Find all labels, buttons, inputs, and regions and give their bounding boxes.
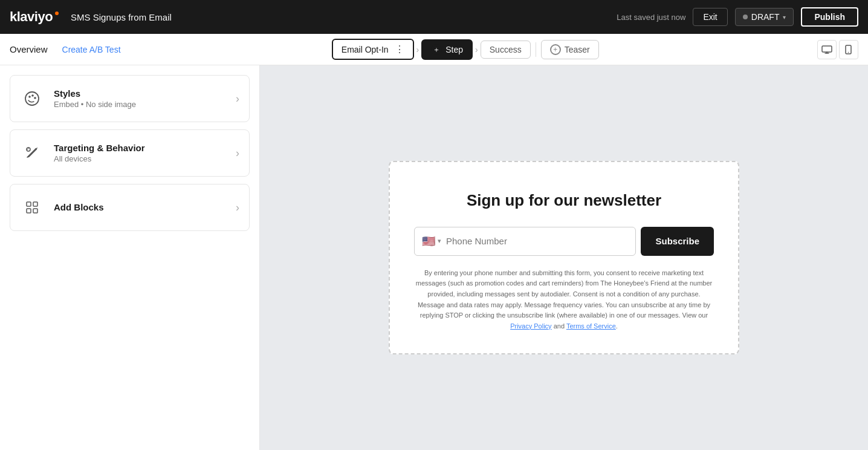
logo: klaviyo [10,9,59,25]
email-opt-in-button[interactable]: Email Opt-In ⋮ [332,39,414,60]
step-email-opt-in: Email Opt-In ⋮ [332,39,414,60]
step-navigation: Email Opt-In ⋮ › ＋ Step › Success [332,39,599,60]
nav-right: Last saved just now Exit DRAFT ▾ Publish [617,7,858,27]
svg-rect-14 [27,209,31,213]
email-opt-in-options-icon[interactable]: ⋮ [395,44,404,55]
svg-rect-15 [33,209,37,213]
teaser-plus-icon: + [553,46,557,53]
desktop-view-button[interactable] [817,40,837,59]
targeting-subtitle: All devices [54,154,226,163]
preview-area: Sign up for our newsletter 🇺🇸 ▾ Subscrib… [260,65,868,450]
teaser-button[interactable]: + Teaser [541,40,599,59]
palette-icon [24,91,40,106]
top-navigation: klaviyo SMS Signups from Email Last save… [0,0,868,34]
draft-label: DRAFT [751,12,780,22]
styles-card[interactable]: Styles Embed • No side image › [10,75,250,122]
logo-text: klaviyo [10,9,53,25]
step-teaser: + Teaser [541,40,599,59]
step-label: Step [445,45,463,54]
success-label: Success [490,45,522,54]
desktop-icon [821,45,832,54]
create-ab-test-link[interactable]: Create A/B Test [62,45,121,54]
styles-card-text: Styles Embed • No side image [54,88,226,109]
styles-icon [20,86,44,111]
page-title: SMS Signups from Email [71,12,604,22]
add-blocks-card[interactable]: Add Blocks › [10,184,250,231]
disclaimer-main-text: By entering your phone number and submit… [416,269,712,319]
targeting-pencil-icon [24,145,40,161]
chevron-sep-1: › [416,45,419,54]
targeting-title: Targeting & Behavior [54,143,226,153]
step-circle-icon: ＋ [431,44,442,55]
targeting-icon [20,141,44,165]
last-saved-text: Last saved just now [617,13,685,22]
svg-point-4 [848,51,849,53]
styles-subtitle: Embed • No side image [54,100,226,109]
teaser-circle-icon: + [550,44,561,55]
add-blocks-title: Add Blocks [54,202,226,212]
country-flag-icon: 🇺🇸 [422,235,435,248]
sidebar: Styles Embed • No side image › Targeting… [0,65,260,450]
add-blocks-icon [20,195,44,220]
privacy-policy-link[interactable]: Privacy Policy [510,322,551,330]
svg-point-5 [25,92,39,105]
secondary-navigation: Overview Create A/B Test Email Opt-In ⋮ … [0,34,868,65]
svg-point-6 [28,96,31,98]
subscribe-button[interactable]: Subscribe [641,227,714,256]
terms-of-service-link[interactable]: Terms of Service [566,322,616,330]
add-blocks-chevron-icon: › [236,201,239,214]
disclaimer-text: By entering your phone number and submit… [414,268,714,332]
chevron-sep-2: › [475,45,478,54]
step-success: Success [481,41,531,59]
svg-point-7 [31,94,34,97]
step-step: ＋ Step [421,39,473,60]
svg-point-8 [34,97,36,99]
country-select-chevron-icon: ▾ [438,237,441,245]
disclaimer-end-text: . [616,322,618,330]
phone-row: 🇺🇸 ▾ Subscribe [414,227,714,256]
phone-number-input[interactable] [446,236,628,246]
view-toggles [817,40,858,59]
teaser-label: Teaser [565,45,590,54]
mobile-view-button[interactable] [839,40,858,59]
main-layout: Styles Embed • No side image › Targeting… [0,65,868,450]
svg-rect-12 [27,202,31,206]
draft-button[interactable]: DRAFT ▾ [735,8,794,26]
add-blocks-card-text: Add Blocks [54,202,226,214]
styles-title: Styles [54,88,226,99]
overview-label: Overview [10,44,48,54]
draft-chevron-icon: ▾ [783,14,786,21]
publish-button[interactable]: Publish [801,7,858,27]
exit-button[interactable]: Exit [693,8,727,26]
form-title: Sign up for our newsletter [414,191,714,210]
phone-input-wrap[interactable]: 🇺🇸 ▾ [414,227,636,256]
step-separator [536,42,536,57]
mobile-icon [845,45,852,54]
styles-chevron-icon: › [236,93,239,105]
form-card: Sign up for our newsletter 🇺🇸 ▾ Subscrib… [389,161,739,355]
logo-dot [55,11,59,15]
disclaimer-and-text: and [552,322,566,330]
step-plus-icon: ＋ [433,46,440,53]
blocks-grid-icon [24,200,40,215]
email-opt-in-label: Email Opt-In [342,45,389,54]
draft-status-dot [743,15,748,19]
targeting-card-text: Targeting & Behavior All devices [54,143,226,163]
svg-rect-13 [33,202,37,206]
targeting-chevron-icon: › [236,147,239,160]
success-button[interactable]: Success [481,41,531,59]
svg-rect-0 [822,46,832,52]
step-button[interactable]: ＋ Step [421,39,473,60]
targeting-card[interactable]: Targeting & Behavior All devices › [10,129,250,177]
